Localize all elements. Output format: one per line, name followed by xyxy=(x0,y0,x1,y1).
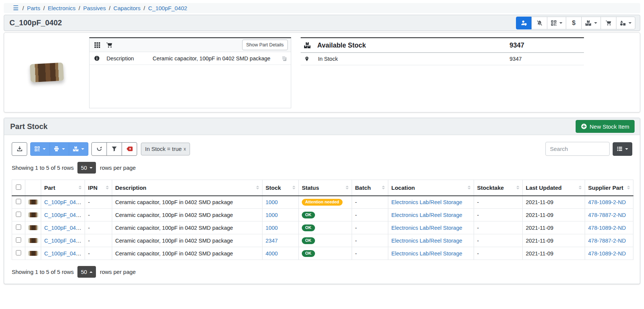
part-thumbnail[interactable] xyxy=(28,238,38,243)
cell-batch: - xyxy=(352,221,388,234)
stock-link[interactable]: 1000 xyxy=(266,225,278,231)
part-image[interactable] xyxy=(29,63,63,83)
cell-thumbnail xyxy=(25,209,41,221)
copy-icon[interactable] xyxy=(281,55,287,61)
breadcrumb-electronics[interactable]: Electronics xyxy=(48,5,76,11)
refresh-button[interactable] xyxy=(91,142,107,156)
grid-icon[interactable] xyxy=(94,42,100,48)
rows-per-page-text: rows per page xyxy=(100,269,136,275)
cell-stock: 4000 xyxy=(263,247,299,260)
filter-button[interactable] xyxy=(107,142,122,156)
col-location[interactable]: Location xyxy=(388,180,474,196)
supplier-part-link[interactable]: 478-1089-2-ND xyxy=(588,199,626,205)
location-link[interactable]: Electronics Lab/Reel Storage xyxy=(391,251,462,257)
stock-link[interactable]: 1000 xyxy=(266,199,278,205)
cell-stocktake: - xyxy=(474,247,523,260)
available-stock-header: Available Stock 9347 xyxy=(301,37,584,53)
status-badge: OK xyxy=(302,224,315,231)
cell-last-updated: 2021-11-09 xyxy=(523,247,585,260)
shopping-cart-icon[interactable] xyxy=(106,42,113,48)
col-supplier-part[interactable]: Supplier Part xyxy=(585,180,633,196)
col-part[interactable]: Part xyxy=(41,180,85,196)
row-checkbox[interactable] xyxy=(16,237,21,243)
part-link[interactable]: C_100pF_0402 xyxy=(44,238,82,244)
part-thumbnail[interactable] xyxy=(28,200,38,204)
breadcrumb-current-part[interactable]: C_100pF_0402 xyxy=(148,5,187,11)
stock-options-dropdown-button[interactable] xyxy=(69,142,88,156)
part-thumbnail[interactable] xyxy=(28,251,38,256)
cell-supplier-part: 478-1089-2-ND xyxy=(585,221,633,234)
supplier-part-link[interactable]: 478-7887-2-ND xyxy=(588,238,626,244)
remove-filter-icon[interactable]: x xyxy=(184,146,186,152)
location-link[interactable]: Electronics Lab/Reel Storage xyxy=(391,199,462,205)
show-part-details-button[interactable]: Show Part Details xyxy=(242,40,288,50)
col-batch[interactable]: Batch xyxy=(352,180,388,196)
row-checkbox[interactable] xyxy=(16,250,21,255)
col-stock[interactable]: Stock xyxy=(263,180,299,196)
part-stock-body: In Stock = true x Showing 1 to 5 of 5 ro… xyxy=(4,135,640,284)
part-link[interactable]: C_100pF_0402 xyxy=(44,212,82,218)
print-dropdown-button[interactable] xyxy=(49,142,69,156)
part-link[interactable]: C_100pF_0402 xyxy=(44,251,82,257)
columns-dropdown-button[interactable] xyxy=(613,142,632,156)
location-link[interactable]: Electronics Lab/Reel Storage xyxy=(391,225,462,231)
breadcrumb-parts[interactable]: Parts xyxy=(27,5,40,11)
cell-supplier-part: 478-1089-2-ND xyxy=(585,196,633,209)
cell-stocktake: - xyxy=(474,234,523,247)
menu-icon[interactable]: ☰ xyxy=(13,4,19,12)
status-badge: OK xyxy=(302,237,315,244)
row-checkbox[interactable] xyxy=(16,224,21,230)
col-description[interactable]: Description xyxy=(112,180,263,196)
stock-link[interactable]: 1000 xyxy=(266,212,278,218)
download-button[interactable] xyxy=(12,142,27,156)
table-row: C_100pF_0402 - Ceramic capacitor, 100pF … xyxy=(12,196,633,209)
cell-status: OK xyxy=(299,247,352,260)
purchase-button[interactable] xyxy=(601,17,616,29)
cell-description: Ceramic capacitor, 100pF in 0402 SMD pac… xyxy=(112,209,263,221)
col-ipn[interactable]: IPN xyxy=(85,180,112,196)
part-image-zone xyxy=(4,37,89,108)
notifications-off-button[interactable] xyxy=(531,17,547,29)
clear-filters-button[interactable] xyxy=(122,142,137,156)
barcode-actions-button[interactable] xyxy=(547,17,566,29)
col-stocktake[interactable]: Stocktake xyxy=(474,180,523,196)
page-size-dropdown[interactable]: 50 xyxy=(77,266,96,278)
part-thumbnail[interactable] xyxy=(28,212,38,217)
cell-supplier-part: 478-1089-2-ND xyxy=(585,247,633,260)
cell-last-updated: 2021-11-09 xyxy=(523,221,585,234)
cell-supplier-part: 478-7887-2-ND xyxy=(585,209,633,221)
barcode-dropdown-button[interactable] xyxy=(30,142,50,156)
breadcrumb-passives[interactable]: Passives xyxy=(83,5,106,11)
page-size-dropdown[interactable]: 50 xyxy=(77,162,96,174)
stock-table: Part IPN Description Stock Status Batch … xyxy=(12,180,633,260)
location-link[interactable]: Electronics Lab/Reel Storage xyxy=(391,238,462,244)
part-thumbnail[interactable] xyxy=(28,225,38,230)
available-stock-total: 9347 xyxy=(510,42,582,49)
row-checkbox[interactable] xyxy=(16,212,21,217)
map-pin-icon xyxy=(304,56,318,62)
pricing-button[interactable]: $ xyxy=(566,17,582,29)
breadcrumb-capacitors[interactable]: Capacitors xyxy=(113,5,141,11)
select-all-checkbox[interactable] xyxy=(16,184,21,190)
location-link[interactable]: Electronics Lab/Reel Storage xyxy=(391,212,462,218)
supplier-part-link[interactable]: 478-1089-2-ND xyxy=(588,251,626,257)
col-status[interactable]: Status xyxy=(299,180,352,196)
supplier-part-link[interactable]: 478-7887-2-ND xyxy=(588,212,626,218)
description-row: Description Ceramic capacitor, 100pF in … xyxy=(90,52,291,65)
active-filter-chip[interactable]: In Stock = true x xyxy=(141,143,190,155)
supplier-part-link[interactable]: 478-1089-2-ND xyxy=(588,225,626,231)
col-last-updated[interactable]: Last Updated xyxy=(523,180,585,196)
stock-link[interactable]: 4000 xyxy=(266,251,278,257)
row-checkbox[interactable] xyxy=(16,199,21,204)
sort-icon xyxy=(465,186,471,189)
stock-link[interactable]: 2347 xyxy=(266,238,278,244)
stock-actions-button[interactable] xyxy=(581,17,601,29)
part-link[interactable]: C_100pF_0402 xyxy=(44,199,82,205)
cell-ipn: - xyxy=(85,247,112,260)
admin-user-button[interactable] xyxy=(516,17,532,29)
part-link[interactable]: C_100pF_0402 xyxy=(44,225,82,231)
search-input[interactable] xyxy=(545,142,610,156)
cell-part: C_100pF_0402 xyxy=(41,196,85,209)
new-stock-item-button[interactable]: New Stock Item xyxy=(576,120,635,133)
part-actions-button[interactable] xyxy=(616,17,635,29)
